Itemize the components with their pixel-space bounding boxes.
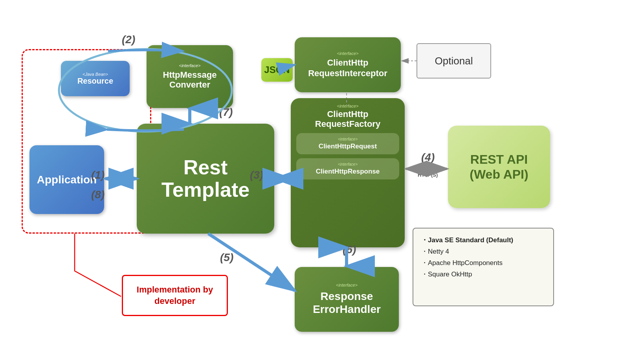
num-3: (3) (250, 169, 263, 181)
resource-title: Resource (77, 77, 113, 86)
chr-response-title: ClientHttpResponse (316, 168, 380, 175)
reh-box: <interface> ResponseErrorHandler (295, 267, 399, 332)
hmc-title: HttpMessageConverter (163, 70, 217, 90)
reh-title: ResponseErrorHandler (313, 290, 381, 316)
hmc-box: <interface> HttpMessageConverter (147, 45, 233, 108)
impl-dev-label: Implementation by developer (123, 284, 227, 307)
impl-item-2: ・Netty 4 (421, 246, 545, 258)
json-badge: JSON (261, 58, 293, 82)
reh-interface-label: <interface> (336, 283, 358, 288)
resource-box: <Java Bean> Resource (61, 61, 130, 96)
impl-item-1: ・Java SE Standard (Default) (421, 235, 545, 246)
chr-factory-box: <interface> ClientHttpRequestFactory <in… (291, 98, 405, 247)
num-8: (8) (91, 188, 105, 201)
chr-factory-title: ClientHttpRequestFactory (296, 109, 399, 129)
num-1: (1) (91, 169, 105, 181)
rest-api-label: REST API(Web API) (470, 152, 528, 182)
impl-dev-box: Implementation by developer (122, 275, 228, 316)
diagram: Application <Java Bean> Resource RestTem… (0, 0, 644, 362)
optional-box: Optional (416, 43, 491, 79)
impl-item-4: ・Square OkHttp (421, 269, 545, 280)
impl-list-box: ・Java SE Standard (Default) ・Netty 4 ・Ap… (413, 228, 554, 306)
num-7: (7) (219, 106, 233, 119)
num-6: (6) (343, 243, 356, 256)
chr-interface-label: <interface> (296, 104, 399, 108)
resource-interface-label: <Java Bean> (83, 72, 108, 77)
application-label: Application (37, 174, 97, 186)
chr-response-iface: <interface> (301, 162, 394, 166)
chr-response-box: <interface> ClientHttpResponse (296, 158, 399, 179)
chr-request-box: <interface> ClientHttpRequest (296, 133, 399, 154)
num-2: (2) (122, 33, 135, 46)
chr-request-iface: <interface> (301, 137, 394, 141)
chri-title: ClientHttpRequestInterceptor (308, 58, 387, 79)
chri-box: <interface> ClientHttpRequestInterceptor (295, 37, 401, 92)
num-4: (4) (421, 151, 435, 164)
json-label: JSON (264, 64, 290, 75)
rest-template-label: RestTemplate (161, 156, 250, 201)
optional-label: Optional (435, 55, 473, 67)
num-5: (5) (220, 251, 233, 264)
impl-item-3: ・Apache HttpComponents (421, 258, 545, 269)
https-label: HTTP(S) (418, 172, 438, 178)
rest-api-box: REST API(Web API) (448, 126, 550, 208)
chr-request-title: ClientHttpRequest (319, 143, 377, 150)
hmc-interface-label: <interface> (179, 63, 200, 68)
chri-interface-label: <interface> (337, 51, 358, 56)
